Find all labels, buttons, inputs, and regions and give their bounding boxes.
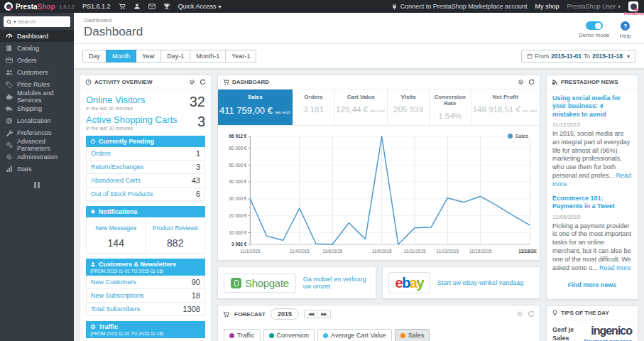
forecast-legend-sales[interactable]: Sales bbox=[395, 329, 430, 341]
demo-mode-toggle[interactable] bbox=[586, 21, 603, 30]
news-article-title[interactable]: Using social media for your business: 4 … bbox=[552, 94, 632, 119]
clock-icon bbox=[90, 139, 96, 144]
my-shop-link[interactable]: My shop bbox=[535, 3, 559, 10]
gear-icon[interactable] bbox=[516, 310, 523, 318]
range-year-1-button[interactable]: Year-1 bbox=[225, 50, 256, 63]
localization-icon bbox=[6, 117, 13, 124]
online-visitors-label[interactable]: Online Visitors bbox=[86, 94, 146, 105]
shopgate-logo: Shopgate bbox=[224, 274, 296, 293]
refresh-icon[interactable] bbox=[528, 79, 535, 85]
new-subscriptions-link[interactable]: New Subscriptions bbox=[91, 292, 144, 299]
shopgate-link[interactable]: Ga mobiel en verhoog uw omzet bbox=[303, 276, 370, 290]
forecast-legend-traffic[interactable]: Traffic bbox=[224, 329, 261, 341]
sidebar-collapse-button[interactable] bbox=[34, 182, 40, 188]
kpi-tab-orders[interactable]: Orders3 181 bbox=[293, 90, 335, 125]
forecast-legend-conversion[interactable]: Conversion bbox=[263, 329, 315, 341]
shopgate-ad: Shopgate Ga mobiel en verhoog uw omzet bbox=[217, 266, 376, 299]
sidebar-item-shipping[interactable]: Shipping bbox=[0, 102, 74, 114]
sidebar-item-price-rules[interactable]: Price Rules bbox=[0, 78, 74, 90]
customers-list: New Customers90 New Subscriptions18 Tota… bbox=[86, 276, 205, 316]
total-subscribers-link[interactable]: Total Subscribers bbox=[91, 305, 140, 313]
kpi-tab-visits[interactable]: Visits205 939 bbox=[388, 90, 430, 125]
sidebar-item-advanced-parameters[interactable]: Advanced Parameters bbox=[0, 139, 74, 151]
chart-legend[interactable]: Sales bbox=[508, 133, 528, 139]
price-rules-icon bbox=[6, 81, 13, 88]
quick-access-menu[interactable]: Quick Access bbox=[178, 3, 222, 10]
sidebar-item-modules[interactable]: Modules and Services bbox=[0, 90, 74, 102]
new-customers-link[interactable]: New Customers bbox=[91, 278, 136, 286]
prestashop-logo-icon bbox=[4, 2, 13, 11]
search-scope-caret-icon[interactable]: ▾ bbox=[13, 19, 16, 25]
cart-icon[interactable] bbox=[119, 3, 126, 10]
pending-returns-link[interactable]: Return/Exchanges bbox=[91, 163, 143, 170]
forecast-legend-average-cart-value[interactable]: Average Cart Value bbox=[317, 329, 392, 341]
new-messages-link[interactable]: New Messages bbox=[95, 224, 136, 232]
active-carts-value: 3 bbox=[197, 114, 205, 129]
bell-icon bbox=[90, 209, 96, 215]
refresh-icon[interactable] bbox=[200, 79, 206, 85]
find-more-news-link[interactable]: Find more news bbox=[552, 281, 632, 288]
news-article: Ecommerce 101: Payments in a Tweet 11/05… bbox=[552, 195, 632, 273]
product-reviews-link[interactable]: Product Reviews bbox=[153, 224, 198, 232]
svg-text:60 000 €: 60 000 € bbox=[229, 146, 247, 151]
marketplace-link[interactable]: Connect to PrestaShop Marketplace accoun… bbox=[391, 3, 528, 10]
sidebar-item-preferences[interactable]: Preferences bbox=[0, 126, 74, 139]
help-icon[interactable]: ? bbox=[621, 21, 630, 31]
abandoned-carts-link[interactable]: Abandoned Carts bbox=[91, 177, 141, 184]
range-month-button[interactable]: Month bbox=[106, 50, 136, 63]
sidebar-item-customers[interactable]: Customers bbox=[0, 66, 74, 78]
sidebar-item-catalog[interactable]: Catalog bbox=[0, 42, 74, 54]
plug-icon bbox=[391, 4, 398, 10]
range-month-1-button[interactable]: Month-1 bbox=[190, 50, 226, 63]
range-year-button[interactable]: Year bbox=[136, 50, 161, 63]
list-item: New Subscriptions18 bbox=[87, 289, 204, 303]
active-carts-label[interactable]: Active Shopping Carts bbox=[86, 114, 178, 125]
sidebar-item-orders[interactable]: Orders bbox=[0, 54, 74, 66]
prestashop-admin: PrestaShop 1.6.1.2 PS1.6.1.2 Quick Acces… bbox=[0, 0, 644, 341]
date-range-picker[interactable]: From 2015-11-01 To 2015-11-18 bbox=[521, 50, 635, 63]
administration-icon bbox=[6, 153, 13, 161]
kpi-tab-sales[interactable]: Sales411 759,00 € tax excl. bbox=[218, 90, 293, 125]
news-article-date: 11/05/2015 bbox=[552, 214, 632, 220]
news-article-title[interactable]: Ecommerce 101: Payments in a Tweet bbox=[552, 195, 632, 211]
breadcrumb: Dashboard bbox=[84, 17, 143, 23]
customer-icon[interactable] bbox=[133, 3, 141, 10]
sidebar-item-stats[interactable]: Stats bbox=[0, 163, 74, 175]
range-day-button[interactable]: Day bbox=[82, 50, 107, 63]
sidebar-search[interactable]: ▾ bbox=[4, 16, 70, 27]
demo-mode-label: Demo mode bbox=[579, 32, 610, 38]
search-input[interactable] bbox=[18, 18, 59, 25]
range-day-1-button[interactable]: Day-1 bbox=[160, 50, 190, 63]
pending-orders-link[interactable]: Orders bbox=[91, 150, 111, 157]
refresh-icon[interactable] bbox=[528, 310, 535, 318]
kpi-tab-conversion-rate[interactable]: Conversion Rate1.54% bbox=[430, 90, 471, 125]
sales-line-chart: 11/1/201511/4/201511/6/201511/9/201511/1… bbox=[221, 129, 537, 256]
kpi-tab-net-profit[interactable]: Net Profit148 918,51 € tax excl. bbox=[471, 90, 540, 125]
svg-text:40 000 €: 40 000 € bbox=[229, 179, 247, 184]
currently-pending-header: Currently Pending bbox=[86, 136, 205, 147]
sidebar-item-localization[interactable]: Localization bbox=[0, 114, 74, 126]
kpi-tab-cart-value[interactable]: Cart Value129,44 € tax excl. bbox=[334, 90, 388, 125]
notifications-columns: New Messages144 Product Reviews882 bbox=[86, 217, 205, 254]
date-from-value: 2015-11-01 bbox=[551, 53, 582, 60]
svg-text:11/15/2015: 11/15/2015 bbox=[469, 249, 492, 254]
preferences-icon bbox=[6, 129, 13, 136]
out-of-stock-link[interactable]: Out of Stock Products bbox=[91, 190, 153, 197]
user-menu[interactable]: PrestaShop User bbox=[567, 3, 621, 10]
gear-icon[interactable] bbox=[518, 79, 524, 85]
user-icon bbox=[90, 261, 96, 267]
catalog-icon bbox=[6, 45, 13, 52]
sidebar-item-dashboard[interactable]: Dashboard bbox=[0, 30, 74, 42]
gear-icon[interactable] bbox=[189, 79, 195, 85]
forecast-next-button[interactable]: ▶▶ bbox=[317, 310, 330, 318]
avatar[interactable]: PrestaShop bbox=[628, 1, 638, 11]
read-more-link[interactable]: Read more bbox=[599, 264, 631, 271]
activity-panel-title: ACTIVITY OVERVIEW bbox=[94, 79, 153, 85]
ebay-link[interactable]: Start uw eBay-winkel vandaag bbox=[437, 279, 523, 286]
messages-icon[interactable] bbox=[148, 3, 155, 10]
sidebar-item-administration[interactable]: Administration bbox=[0, 151, 74, 163]
forecast-prev-button[interactable]: ◀◀ bbox=[304, 310, 317, 318]
trophy-icon[interactable] bbox=[163, 3, 170, 10]
prestashop-logo[interactable]: PrestaShop 1.6.1.2 bbox=[4, 2, 75, 11]
forecast-year-badge: 2015 bbox=[271, 308, 299, 320]
